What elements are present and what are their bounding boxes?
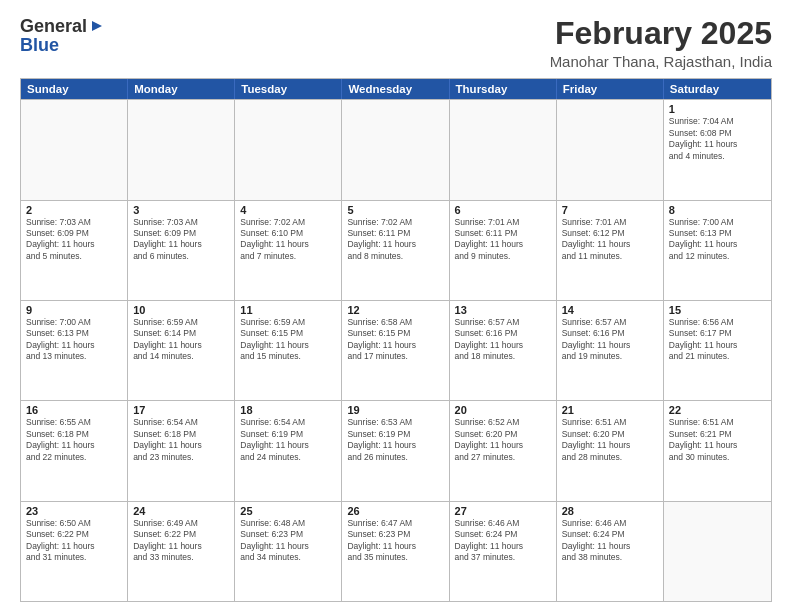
day-info: Sunrise: 7:02 AM Sunset: 6:11 PM Dayligh… — [347, 217, 443, 263]
day-info: Sunrise: 6:53 AM Sunset: 6:19 PM Dayligh… — [347, 417, 443, 463]
calendar-subtitle: Manohar Thana, Rajasthan, India — [550, 53, 772, 70]
day-number: 2 — [26, 204, 122, 216]
calendar-title: February 2025 — [550, 16, 772, 51]
logo-text-group: General — [20, 16, 106, 37]
day-info: Sunrise: 6:49 AM Sunset: 6:22 PM Dayligh… — [133, 518, 229, 564]
logo-general: General — [20, 16, 87, 37]
day-info: Sunrise: 6:59 AM Sunset: 6:15 PM Dayligh… — [240, 317, 336, 363]
day-info: Sunrise: 6:56 AM Sunset: 6:17 PM Dayligh… — [669, 317, 766, 363]
day-info: Sunrise: 6:57 AM Sunset: 6:16 PM Dayligh… — [455, 317, 551, 363]
day-info: Sunrise: 7:01 AM Sunset: 6:11 PM Dayligh… — [455, 217, 551, 263]
calendar-header-cell: Friday — [557, 79, 664, 99]
calendar-header-cell: Monday — [128, 79, 235, 99]
day-number: 22 — [669, 404, 766, 416]
calendar-cell: 16Sunrise: 6:55 AM Sunset: 6:18 PM Dayli… — [21, 401, 128, 500]
calendar-cell — [664, 502, 771, 601]
calendar-row: 9Sunrise: 7:00 AM Sunset: 6:13 PM Daylig… — [21, 300, 771, 400]
day-number: 23 — [26, 505, 122, 517]
day-number: 1 — [669, 103, 766, 115]
calendar-cell: 7Sunrise: 7:01 AM Sunset: 6:12 PM Daylig… — [557, 201, 664, 300]
calendar-cell — [128, 100, 235, 199]
day-number: 14 — [562, 304, 658, 316]
day-number: 9 — [26, 304, 122, 316]
day-number: 8 — [669, 204, 766, 216]
day-info: Sunrise: 6:55 AM Sunset: 6:18 PM Dayligh… — [26, 417, 122, 463]
day-number: 12 — [347, 304, 443, 316]
calendar-cell — [450, 100, 557, 199]
calendar-cell — [235, 100, 342, 199]
day-info: Sunrise: 6:57 AM Sunset: 6:16 PM Dayligh… — [562, 317, 658, 363]
calendar-cell: 1Sunrise: 7:04 AM Sunset: 6:08 PM Daylig… — [664, 100, 771, 199]
day-info: Sunrise: 6:51 AM Sunset: 6:20 PM Dayligh… — [562, 417, 658, 463]
day-number: 27 — [455, 505, 551, 517]
calendar-cell: 26Sunrise: 6:47 AM Sunset: 6:23 PM Dayli… — [342, 502, 449, 601]
day-number: 4 — [240, 204, 336, 216]
day-info: Sunrise: 6:52 AM Sunset: 6:20 PM Dayligh… — [455, 417, 551, 463]
day-info: Sunrise: 7:01 AM Sunset: 6:12 PM Dayligh… — [562, 217, 658, 263]
calendar-cell: 19Sunrise: 6:53 AM Sunset: 6:19 PM Dayli… — [342, 401, 449, 500]
calendar-row: 16Sunrise: 6:55 AM Sunset: 6:18 PM Dayli… — [21, 400, 771, 500]
page: General Blue February 2025 Manohar Thana… — [0, 0, 792, 612]
calendar-body: 1Sunrise: 7:04 AM Sunset: 6:08 PM Daylig… — [21, 99, 771, 601]
day-number: 17 — [133, 404, 229, 416]
calendar-header-cell: Sunday — [21, 79, 128, 99]
calendar-cell: 14Sunrise: 6:57 AM Sunset: 6:16 PM Dayli… — [557, 301, 664, 400]
day-info: Sunrise: 6:47 AM Sunset: 6:23 PM Dayligh… — [347, 518, 443, 564]
day-info: Sunrise: 7:03 AM Sunset: 6:09 PM Dayligh… — [133, 217, 229, 263]
calendar-row: 23Sunrise: 6:50 AM Sunset: 6:22 PM Dayli… — [21, 501, 771, 601]
calendar-row: 2Sunrise: 7:03 AM Sunset: 6:09 PM Daylig… — [21, 200, 771, 300]
calendar-cell: 3Sunrise: 7:03 AM Sunset: 6:09 PM Daylig… — [128, 201, 235, 300]
day-number: 11 — [240, 304, 336, 316]
day-info: Sunrise: 6:59 AM Sunset: 6:14 PM Dayligh… — [133, 317, 229, 363]
day-number: 13 — [455, 304, 551, 316]
calendar-cell — [557, 100, 664, 199]
day-info: Sunrise: 6:50 AM Sunset: 6:22 PM Dayligh… — [26, 518, 122, 564]
calendar-cell: 9Sunrise: 7:00 AM Sunset: 6:13 PM Daylig… — [21, 301, 128, 400]
day-number: 20 — [455, 404, 551, 416]
calendar-header-cell: Tuesday — [235, 79, 342, 99]
calendar-cell: 6Sunrise: 7:01 AM Sunset: 6:11 PM Daylig… — [450, 201, 557, 300]
header: General Blue February 2025 Manohar Thana… — [20, 16, 772, 70]
day-number: 6 — [455, 204, 551, 216]
day-info: Sunrise: 7:00 AM Sunset: 6:13 PM Dayligh… — [26, 317, 122, 363]
calendar-cell: 21Sunrise: 6:51 AM Sunset: 6:20 PM Dayli… — [557, 401, 664, 500]
calendar-cell: 27Sunrise: 6:46 AM Sunset: 6:24 PM Dayli… — [450, 502, 557, 601]
calendar-cell — [342, 100, 449, 199]
calendar-cell: 18Sunrise: 6:54 AM Sunset: 6:19 PM Dayli… — [235, 401, 342, 500]
day-number: 19 — [347, 404, 443, 416]
day-number: 7 — [562, 204, 658, 216]
day-number: 5 — [347, 204, 443, 216]
calendar-cell: 11Sunrise: 6:59 AM Sunset: 6:15 PM Dayli… — [235, 301, 342, 400]
calendar-cell: 10Sunrise: 6:59 AM Sunset: 6:14 PM Dayli… — [128, 301, 235, 400]
day-info: Sunrise: 6:48 AM Sunset: 6:23 PM Dayligh… — [240, 518, 336, 564]
logo: General Blue — [20, 16, 106, 56]
calendar-cell: 13Sunrise: 6:57 AM Sunset: 6:16 PM Dayli… — [450, 301, 557, 400]
calendar-cell: 23Sunrise: 6:50 AM Sunset: 6:22 PM Dayli… — [21, 502, 128, 601]
day-info: Sunrise: 6:54 AM Sunset: 6:18 PM Dayligh… — [133, 417, 229, 463]
calendar: SundayMondayTuesdayWednesdayThursdayFrid… — [20, 78, 772, 602]
calendar-cell: 20Sunrise: 6:52 AM Sunset: 6:20 PM Dayli… — [450, 401, 557, 500]
svg-marker-0 — [92, 21, 102, 31]
calendar-header-cell: Wednesday — [342, 79, 449, 99]
calendar-cell: 8Sunrise: 7:00 AM Sunset: 6:13 PM Daylig… — [664, 201, 771, 300]
day-number: 25 — [240, 505, 336, 517]
day-number: 21 — [562, 404, 658, 416]
calendar-header-cell: Saturday — [664, 79, 771, 99]
day-info: Sunrise: 7:03 AM Sunset: 6:09 PM Dayligh… — [26, 217, 122, 263]
calendar-cell: 22Sunrise: 6:51 AM Sunset: 6:21 PM Dayli… — [664, 401, 771, 500]
day-info: Sunrise: 7:04 AM Sunset: 6:08 PM Dayligh… — [669, 116, 766, 162]
day-number: 15 — [669, 304, 766, 316]
day-info: Sunrise: 6:46 AM Sunset: 6:24 PM Dayligh… — [455, 518, 551, 564]
day-number: 3 — [133, 204, 229, 216]
calendar-header-row: SundayMondayTuesdayWednesdayThursdayFrid… — [21, 79, 771, 99]
calendar-cell: 28Sunrise: 6:46 AM Sunset: 6:24 PM Dayli… — [557, 502, 664, 601]
calendar-cell: 5Sunrise: 7:02 AM Sunset: 6:11 PM Daylig… — [342, 201, 449, 300]
calendar-cell: 2Sunrise: 7:03 AM Sunset: 6:09 PM Daylig… — [21, 201, 128, 300]
day-info: Sunrise: 6:58 AM Sunset: 6:15 PM Dayligh… — [347, 317, 443, 363]
logo-arrow-icon — [88, 17, 106, 35]
calendar-cell: 17Sunrise: 6:54 AM Sunset: 6:18 PM Dayli… — [128, 401, 235, 500]
calendar-cell: 25Sunrise: 6:48 AM Sunset: 6:23 PM Dayli… — [235, 502, 342, 601]
logo-blue: Blue — [20, 35, 59, 56]
day-number: 10 — [133, 304, 229, 316]
day-info: Sunrise: 7:02 AM Sunset: 6:10 PM Dayligh… — [240, 217, 336, 263]
